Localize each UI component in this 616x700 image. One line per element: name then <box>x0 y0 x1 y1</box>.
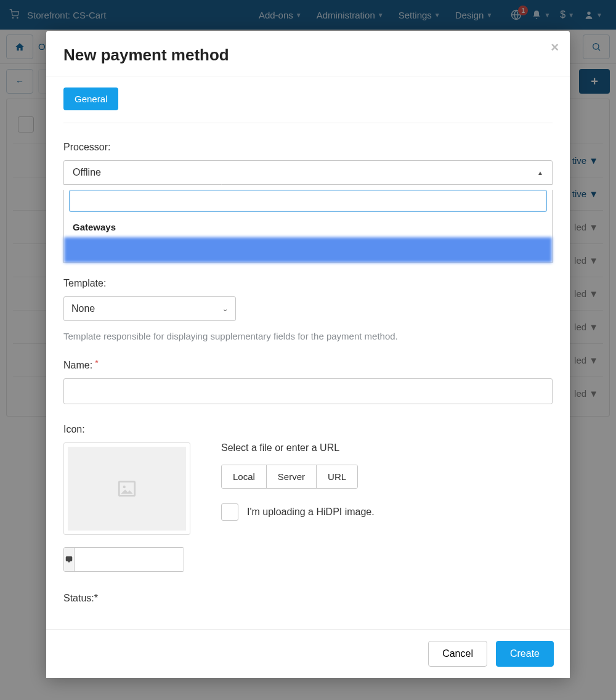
processor-search-input[interactable] <box>69 190 547 212</box>
close-icon[interactable]: × <box>551 39 559 55</box>
modal-title: New payment method <box>63 46 553 65</box>
tab-general[interactable]: General <box>63 88 118 110</box>
icon-alt-input-group <box>63 547 184 572</box>
processor-selected-value: Offline <box>73 167 101 178</box>
processor-select[interactable]: Offline ▲ <box>63 160 553 185</box>
name-input[interactable] <box>63 378 553 404</box>
hidpi-label: I'm uploading a HiDPI image. <box>247 507 375 518</box>
template-selected-value: None <box>71 303 95 314</box>
chevron-up-icon: ▲ <box>537 169 543 176</box>
dropdown-option-highlighted[interactable] <box>64 237 552 262</box>
new-payment-modal: New payment method × General Processor: … <box>46 31 570 678</box>
modal-body: General Processor: Offline ▲ Gateways Te… <box>46 76 570 630</box>
speech-bubble-icon <box>64 548 75 571</box>
icon-alt-input[interactable] <box>75 548 184 571</box>
upload-local-button[interactable]: Local <box>222 465 267 488</box>
icon-label: Icon: <box>63 424 553 435</box>
template-label: Template: <box>63 278 553 289</box>
status-label: Status:* <box>63 593 553 604</box>
upload-title: Select a file or enter a URL <box>221 442 553 454</box>
hidpi-checkbox[interactable] <box>221 503 238 521</box>
modal-header: New payment method × <box>46 31 570 76</box>
create-button[interactable]: Create <box>496 641 554 667</box>
svg-point-7 <box>123 486 126 488</box>
upload-source-segment: Local Server URL <box>221 465 358 489</box>
cancel-button[interactable]: Cancel <box>428 641 487 667</box>
upload-server-button[interactable]: Server <box>267 465 317 488</box>
name-label: Name:* <box>63 360 553 371</box>
modal-footer: Cancel Create <box>46 630 570 678</box>
icon-dropzone[interactable] <box>63 442 190 535</box>
processor-search-wrap <box>69 190 547 212</box>
template-select[interactable]: None ⌄ <box>63 296 236 321</box>
upload-url-button[interactable]: URL <box>317 465 357 488</box>
hidpi-row: I'm uploading a HiDPI image. <box>221 503 553 521</box>
divider <box>63 123 553 123</box>
template-help-text: Template responsible for displaying supp… <box>63 331 553 341</box>
chevron-down-icon: ⌄ <box>222 305 228 313</box>
processor-label: Processor: <box>63 142 553 153</box>
image-placeholder-icon <box>115 478 139 499</box>
dropdown-group-gateways: Gateways <box>64 217 552 237</box>
icon-section: Select a file or enter a URL Local Serve… <box>63 442 553 535</box>
processor-dropdown: Gateways <box>63 190 553 263</box>
